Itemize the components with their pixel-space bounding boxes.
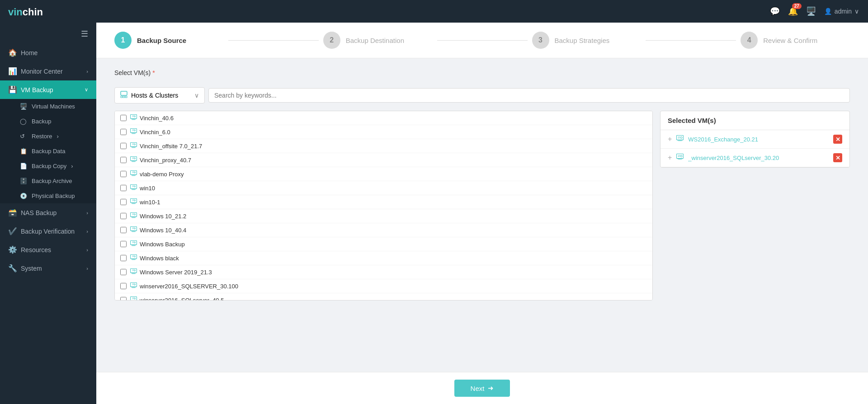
vm-checkbox[interactable] xyxy=(120,143,127,149)
menu-toggle[interactable]: ☰ xyxy=(0,24,96,43)
vm-checkbox[interactable] xyxy=(120,269,127,275)
expand-icon[interactable]: + xyxy=(668,135,672,143)
hosts-clusters-dropdown[interactable]: Hosts & Clusters ∨ xyxy=(114,87,205,103)
step-divider-1 xyxy=(228,40,319,41)
chevron-down-icon: ∨ xyxy=(854,8,859,15)
physical-backup-icon: 💿 xyxy=(20,193,27,199)
sidebar-item-system[interactable]: 🔧 System › xyxy=(0,259,96,277)
vm-list-item[interactable]: Windows Backup xyxy=(115,237,652,251)
next-button[interactable]: Next ➜ xyxy=(454,380,510,397)
vm-list-item[interactable]: vlab-demo Proxy xyxy=(115,167,652,181)
sidebar-item-monitor-center[interactable]: 📊 Monitor Center › xyxy=(0,62,96,80)
chat-icon[interactable]: 💬 xyxy=(770,6,780,16)
vm-name: Vinchin_offsite 7.0_21.7 xyxy=(140,143,202,150)
sidebar-item-backup-verification[interactable]: ✔️ Backup Verification › xyxy=(0,222,96,240)
vm-checkbox[interactable] xyxy=(120,115,127,121)
vm-checkbox[interactable] xyxy=(120,185,127,191)
vm-name: Vinchin_proxy_40.7 xyxy=(140,157,191,164)
svg-rect-0 xyxy=(121,91,127,95)
vm-icon xyxy=(130,156,137,164)
vm-checkbox[interactable] xyxy=(120,255,127,261)
vm-list-item[interactable]: Vinchin_offsite 7.0_21.7 xyxy=(115,139,652,153)
svg-point-33 xyxy=(134,242,136,243)
vm-checkbox[interactable] xyxy=(120,283,127,289)
chevron-right-icon: › xyxy=(86,69,88,74)
user-menu[interactable]: 👤 admin ∨ xyxy=(824,8,859,15)
notification-bell[interactable]: 🔔 27 xyxy=(788,6,798,16)
vm-checkbox[interactable] xyxy=(120,157,127,163)
svg-rect-3 xyxy=(125,96,127,98)
vm-checkbox[interactable] xyxy=(120,213,127,219)
sidebar-item-label: NAS Backup xyxy=(21,209,57,216)
sidebar-sub-item-backup-data[interactable]: 📋 Backup Data xyxy=(0,144,96,159)
select-vms-label: Select VM(s) * xyxy=(114,69,850,76)
sidebar-sub-item-physical-backup[interactable]: 💿 Physical Backup xyxy=(0,188,96,203)
sidebar-sub-item-virtual-machines[interactable]: 🖥️ Virtual Machines xyxy=(0,99,96,114)
vm-checkbox[interactable] xyxy=(120,129,127,135)
system-icon: 🔧 xyxy=(8,264,16,272)
sidebar-sub-item-backup-archive[interactable]: 🗄️ Backup Archive xyxy=(0,174,96,188)
svg-point-30 xyxy=(134,228,136,229)
vm-checkbox[interactable] xyxy=(120,171,127,177)
vm-checkbox[interactable] xyxy=(120,241,127,247)
wizard-steps: 1 Backup Source 2 Backup Destination 3 B… xyxy=(96,23,868,58)
next-arrow-icon: ➜ xyxy=(488,384,494,392)
logo-chin: chin xyxy=(23,6,43,18)
logo-vin: vin xyxy=(8,6,23,18)
sidebar-item-vm-backup[interactable]: 💾 VM Backup ∨ xyxy=(0,80,96,99)
svg-rect-40 xyxy=(131,283,137,287)
remove-vm-button[interactable]: ✕ xyxy=(833,153,842,162)
search-input[interactable] xyxy=(208,88,850,103)
hamburger-icon: ☰ xyxy=(81,29,88,39)
vm-list-item[interactable]: Vinchin_6.0 xyxy=(115,125,652,139)
step-circle-2: 2 xyxy=(323,32,340,49)
svg-rect-34 xyxy=(131,255,137,259)
svg-point-6 xyxy=(134,116,136,117)
vm-list-item[interactable]: Windows 10_21.2 xyxy=(115,209,652,223)
selected-vm-name: _winserver2016_SQLserver_30.20 xyxy=(688,155,829,161)
vm-icon xyxy=(130,142,137,150)
vm-list-item[interactable]: win10 xyxy=(115,181,652,195)
vm-checkbox[interactable] xyxy=(120,227,127,233)
vm-icon xyxy=(130,254,137,262)
step-backup-destination: 2 Backup Destination xyxy=(323,32,433,49)
verification-icon: ✔️ xyxy=(8,227,16,235)
svg-point-60 xyxy=(680,155,682,157)
home-icon: 🏠 xyxy=(8,48,16,57)
vm-list-item[interactable]: Windows black xyxy=(115,251,652,265)
sidebar-item-nas-backup[interactable]: 🗃️ NAS Backup › xyxy=(0,203,96,222)
svg-rect-28 xyxy=(131,227,137,231)
vm-list-item[interactable]: win10-1 xyxy=(115,195,652,209)
sidebar-item-resources[interactable]: ⚙️ Resources › xyxy=(0,240,96,259)
expand-icon[interactable]: + xyxy=(668,154,672,162)
sidebar-item-home[interactable]: 🏠 Home xyxy=(0,43,96,62)
vm-backup-icon: 💾 xyxy=(8,85,16,94)
sidebar-sub-item-backup[interactable]: ◯ Backup xyxy=(0,114,96,129)
vm-list-item[interactable]: winserver2016_SQLserver_40.5 xyxy=(115,293,652,301)
vm-checkbox[interactable] xyxy=(120,297,127,301)
sub-item-label: Backup Data xyxy=(32,148,65,155)
vm-icon xyxy=(130,128,137,136)
chevron-right-icon: › xyxy=(71,163,73,169)
monitor-icon[interactable]: 🖥️ xyxy=(806,6,816,16)
vm-list-item[interactable]: winserver2016_SQLSERVER_30.100 xyxy=(115,279,652,293)
step-circle-3: 3 xyxy=(532,32,549,49)
vm-name: winserver2016_SQLserver_40.5 xyxy=(140,297,224,301)
sidebar-sub-item-backup-copy[interactable]: 📄 Backup Copy › xyxy=(0,159,96,174)
vm-list-item[interactable]: Vinchin_40.6 xyxy=(115,111,652,125)
svg-rect-43 xyxy=(131,297,137,301)
restore-icon: ↺ xyxy=(20,133,27,140)
remove-vm-button[interactable]: ✕ xyxy=(833,135,842,144)
user-label: admin xyxy=(835,8,852,15)
step-review-confirm: 4 Review & Confirm xyxy=(741,32,850,49)
vm-list-item[interactable]: Windows Server 2019_21.3 xyxy=(115,265,652,279)
vm-selection-row: Vinchin_40.6 Vinchin_6.0 xyxy=(114,111,850,361)
chevron-down-icon: ∨ xyxy=(85,87,88,93)
vm-checkbox[interactable] xyxy=(120,199,127,205)
backup-copy-icon: 📄 xyxy=(20,163,27,169)
vm-list-item[interactable]: Vinchin_proxy_40.7 xyxy=(115,153,652,167)
vm-list-panel[interactable]: Vinchin_40.6 Vinchin_6.0 xyxy=(114,111,653,301)
sidebar-sub-item-restore[interactable]: ↺ Restore › xyxy=(0,129,96,144)
vm-list-item[interactable]: Windows 10_40.4 xyxy=(115,223,652,237)
sub-item-label: Backup xyxy=(32,118,51,125)
